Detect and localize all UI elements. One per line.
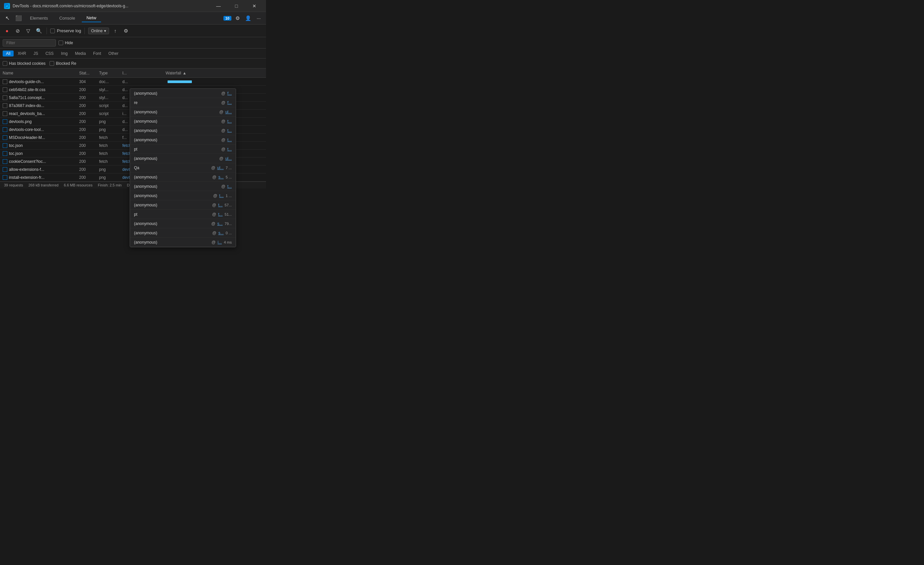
row-status: 200: [79, 135, 99, 140]
minimize-button[interactable]: —: [211, 1, 226, 10]
dropdown-item[interactable]: (anonymous) @ s... 0 ...: [130, 228, 236, 238]
table-row[interactable]: devtools-guide-ch... 304 doc... d...: [0, 78, 266, 86]
dropdown-item[interactable]: (anonymous) @ t... 57...: [130, 201, 236, 210]
tab-media[interactable]: Media: [72, 51, 89, 57]
row-status: 200: [79, 151, 99, 156]
col-header-type: Type: [99, 71, 122, 75]
tab-console[interactable]: Console: [54, 14, 80, 22]
file-icon: [3, 167, 8, 172]
dropdown-link[interactable]: ul...: [225, 156, 232, 161]
row-status: 200: [79, 111, 99, 116]
file-icon: [3, 159, 8, 164]
row-waterfall: [166, 78, 263, 85]
separator: [46, 28, 47, 34]
requests-count: 39 requests: [4, 183, 23, 187]
record-icon[interactable]: ●: [3, 27, 11, 35]
dropdown-link[interactable]: t...: [227, 119, 232, 124]
hide-checkbox[interactable]: [58, 40, 63, 45]
resources-size: 6.6 MB resources: [64, 183, 92, 187]
tab-font[interactable]: Font: [90, 51, 104, 57]
throttle-select[interactable]: Online ▾: [88, 28, 109, 34]
preserve-log-checkbox[interactable]: [50, 28, 55, 33]
clear-icon[interactable]: ⊘: [13, 27, 22, 35]
file-icon: [3, 127, 8, 132]
dropdown-item[interactable]: (anonymous) @ i... 4 ms: [130, 238, 236, 247]
dropdown-at: @: [212, 203, 216, 207]
upload-icon[interactable]: ↑: [111, 27, 120, 35]
preserve-log-label[interactable]: Preserve log: [50, 28, 81, 33]
filter-icon[interactable]: ▽: [24, 27, 33, 35]
tab-other[interactable]: Other: [105, 51, 122, 57]
row-status: 304: [79, 79, 99, 84]
dropdown-item-name: Qa: [134, 165, 209, 170]
tab-js[interactable]: JS: [30, 51, 42, 57]
dropdown-item[interactable]: (anonymous) @ t...: [130, 182, 236, 191]
device-icon[interactable]: ⬛: [14, 13, 23, 23]
dropdown-item[interactable]: pt @ t... 51...: [130, 210, 236, 219]
dropdown-item[interactable]: (anonymous) @ s... 5 ...: [130, 172, 236, 182]
file-icon: [3, 95, 8, 100]
more-icon[interactable]: ···: [254, 13, 263, 23]
dropdown-item[interactable]: re @ f...: [130, 98, 236, 107]
tab-elements[interactable]: Elements: [25, 14, 52, 22]
dropdown-at: @: [221, 119, 225, 124]
dropdown-link[interactable]: f...: [227, 100, 232, 105]
dropdown-link[interactable]: t...: [227, 138, 232, 142]
network-settings-icon[interactable]: ⚙: [122, 27, 130, 35]
row-name: allow-extensions-f...: [3, 167, 79, 172]
dropdown-link[interactable]: s...: [218, 221, 223, 226]
hide-data-urls-option[interactable]: Hide: [58, 40, 73, 45]
dropdown-item[interactable]: (anonymous) @ s... 79...: [130, 219, 236, 228]
dropdown-item[interactable]: (anonymous) @ ul...: [130, 107, 236, 117]
file-icon: [3, 87, 8, 92]
dropdown-item[interactable]: (anonymous) @ t...: [130, 135, 236, 145]
dropdown-link[interactable]: ul...: [225, 110, 232, 114]
dropdown-at: @: [212, 231, 216, 235]
settings-icon[interactable]: ⚙: [233, 13, 242, 23]
dropdown-item[interactable]: (anonymous) @ f...: [130, 89, 236, 98]
pointer-icon[interactable]: ↖: [3, 13, 12, 23]
dropdown-link[interactable]: s...: [219, 175, 224, 180]
user-icon[interactable]: 👤: [243, 13, 253, 23]
dropdown-link[interactable]: t...: [218, 203, 222, 207]
cookies-bar: Has blocked cookies Blocked Re: [0, 58, 266, 69]
row-name: devtools-core-tool...: [3, 127, 79, 132]
tab-img[interactable]: Img: [57, 51, 71, 57]
tab-network[interactable]: Netw: [82, 14, 101, 22]
dropdown-item-name: (anonymous): [134, 221, 209, 226]
close-button[interactable]: ✕: [247, 1, 262, 10]
dropdown-link[interactable]: t...: [227, 128, 232, 133]
dropdown-item[interactable]: Qa @ ul... 7 ...: [130, 163, 236, 172]
tab-xhr[interactable]: XHR: [14, 51, 29, 57]
dropdown-item[interactable]: (anonymous) @ t...: [130, 126, 236, 135]
dropdown-link[interactable]: t...: [219, 193, 224, 198]
blocked-cookies-checkbox[interactable]: [3, 61, 8, 66]
search-icon[interactable]: 🔍: [34, 27, 43, 35]
blocked-re-option[interactable]: Blocked Re: [50, 61, 76, 66]
blocked-cookies-option[interactable]: Has blocked cookies: [3, 61, 45, 66]
dropdown-link[interactable]: t...: [227, 147, 232, 151]
throttle-control[interactable]: Online ▾: [88, 28, 109, 34]
dropdown-item[interactable]: (anonymous) @ t... 1 ...: [130, 191, 236, 201]
dropdown-link[interactable]: ul...: [217, 165, 224, 170]
dropdown-item-name: (anonymous): [134, 231, 210, 235]
row-status: 200: [79, 167, 99, 172]
filter-input[interactable]: [3, 39, 56, 46]
dropdown-link[interactable]: t...: [227, 184, 232, 189]
dropdown-item[interactable]: (anonymous) @ t...: [130, 117, 236, 126]
dropdown-link[interactable]: i...: [218, 240, 222, 244]
blocked-re-checkbox[interactable]: [50, 61, 54, 66]
dropdown-link[interactable]: f...: [227, 91, 232, 96]
dropdown-item-name: (anonymous): [134, 128, 219, 133]
dropdown-item-name: (anonymous): [134, 203, 210, 207]
tab-css[interactable]: CSS: [42, 51, 57, 57]
row-type: fetch: [99, 143, 122, 148]
dropdown-item[interactable]: pt @ t...: [130, 145, 236, 154]
dropdown-link[interactable]: s...: [219, 231, 224, 235]
maximize-button[interactable]: □: [229, 1, 244, 10]
dropdown-at: @: [221, 91, 225, 96]
tab-all[interactable]: All: [3, 51, 14, 57]
dropdown-item[interactable]: (anonymous) @ ul...: [130, 154, 236, 163]
finish-time: Finish: 2.5 min: [98, 183, 122, 187]
dropdown-link[interactable]: t...: [218, 212, 222, 217]
